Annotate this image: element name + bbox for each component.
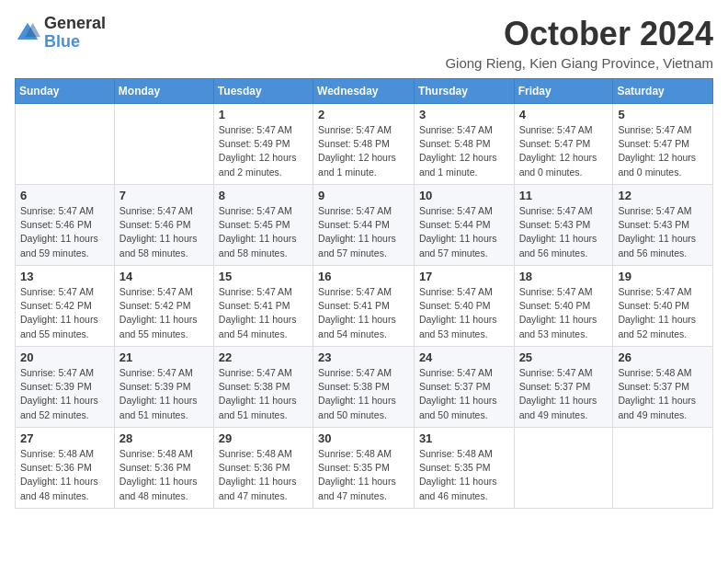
- day-info: Sunrise: 5:47 AM Sunset: 5:47 PM Dayligh…: [618, 123, 708, 179]
- logo-general: General: [44, 15, 106, 33]
- calendar-cell: 25Sunrise: 5:47 AM Sunset: 5:37 PM Dayli…: [514, 347, 613, 428]
- calendar-cell: 16Sunrise: 5:47 AM Sunset: 5:41 PM Dayli…: [313, 266, 415, 347]
- calendar-cell: 1Sunrise: 5:47 AM Sunset: 5:49 PM Daylig…: [213, 104, 313, 185]
- weekday-header: Friday: [514, 79, 613, 104]
- day-number: 12: [618, 189, 708, 202]
- calendar-cell: 6Sunrise: 5:47 AM Sunset: 5:46 PM Daylig…: [16, 185, 115, 266]
- weekday-header: Thursday: [414, 79, 514, 104]
- day-info: Sunrise: 5:48 AM Sunset: 5:36 PM Dayligh…: [219, 447, 308, 503]
- logo: General Blue: [15, 15, 106, 52]
- calendar-table: SundayMondayTuesdayWednesdayThursdayFrid…: [15, 78, 713, 509]
- day-number: 5: [618, 108, 708, 121]
- day-info: Sunrise: 5:48 AM Sunset: 5:36 PM Dayligh…: [119, 447, 209, 503]
- calendar-cell: 24Sunrise: 5:47 AM Sunset: 5:37 PM Dayli…: [414, 347, 514, 428]
- calendar-week-row: 27Sunrise: 5:48 AM Sunset: 5:36 PM Dayli…: [16, 428, 713, 509]
- logo-icon: [15, 20, 40, 46]
- day-number: 22: [219, 350, 308, 364]
- day-info: Sunrise: 5:47 AM Sunset: 5:38 PM Dayligh…: [318, 366, 409, 422]
- day-number: 30: [318, 431, 409, 445]
- day-number: 27: [20, 431, 109, 445]
- day-info: Sunrise: 5:47 AM Sunset: 5:46 PM Dayligh…: [119, 204, 209, 260]
- month-title: October 2024: [445, 15, 713, 53]
- calendar-cell: 27Sunrise: 5:48 AM Sunset: 5:36 PM Dayli…: [16, 428, 115, 509]
- day-info: Sunrise: 5:48 AM Sunset: 5:37 PM Dayligh…: [618, 366, 708, 422]
- calendar-cell: 26Sunrise: 5:48 AM Sunset: 5:37 PM Dayli…: [613, 347, 713, 428]
- calendar-cell: [16, 104, 115, 185]
- day-number: 7: [119, 189, 209, 202]
- day-info: Sunrise: 5:47 AM Sunset: 5:40 PM Dayligh…: [519, 285, 609, 341]
- day-info: Sunrise: 5:47 AM Sunset: 5:38 PM Dayligh…: [219, 366, 308, 422]
- day-number: 6: [20, 189, 109, 202]
- page-header: General Blue October 2024 Giong Rieng, K…: [15, 15, 713, 71]
- day-info: Sunrise: 5:47 AM Sunset: 5:40 PM Dayligh…: [618, 285, 708, 341]
- day-info: Sunrise: 5:47 AM Sunset: 5:48 PM Dayligh…: [318, 123, 409, 179]
- calendar-cell: 23Sunrise: 5:47 AM Sunset: 5:38 PM Dayli…: [313, 347, 415, 428]
- day-info: Sunrise: 5:47 AM Sunset: 5:45 PM Dayligh…: [219, 204, 308, 260]
- calendar-cell: 4Sunrise: 5:47 AM Sunset: 5:47 PM Daylig…: [514, 104, 613, 185]
- calendar-body: 1Sunrise: 5:47 AM Sunset: 5:49 PM Daylig…: [16, 104, 713, 509]
- day-info: Sunrise: 5:47 AM Sunset: 5:46 PM Dayligh…: [20, 204, 109, 260]
- day-info: Sunrise: 5:47 AM Sunset: 5:49 PM Dayligh…: [219, 123, 308, 179]
- weekday-header: Monday: [114, 79, 213, 104]
- weekday-row: SundayMondayTuesdayWednesdayThursdayFrid…: [16, 79, 713, 104]
- day-number: 29: [219, 431, 308, 445]
- calendar-cell: 10Sunrise: 5:47 AM Sunset: 5:44 PM Dayli…: [414, 185, 514, 266]
- day-info: Sunrise: 5:47 AM Sunset: 5:37 PM Dayligh…: [419, 366, 509, 422]
- weekday-header: Sunday: [16, 79, 115, 104]
- calendar-cell: 3Sunrise: 5:47 AM Sunset: 5:48 PM Daylig…: [414, 104, 514, 185]
- day-number: 4: [519, 108, 609, 121]
- title-block: October 2024 Giong Rieng, Kien Giang Pro…: [445, 15, 713, 71]
- day-info: Sunrise: 5:47 AM Sunset: 5:39 PM Dayligh…: [20, 366, 109, 422]
- day-info: Sunrise: 5:47 AM Sunset: 5:41 PM Dayligh…: [219, 285, 308, 341]
- calendar-cell: 18Sunrise: 5:47 AM Sunset: 5:40 PM Dayli…: [514, 266, 613, 347]
- day-number: 17: [419, 270, 509, 283]
- calendar-cell: 13Sunrise: 5:47 AM Sunset: 5:42 PM Dayli…: [16, 266, 115, 347]
- calendar-cell: 19Sunrise: 5:47 AM Sunset: 5:40 PM Dayli…: [613, 266, 713, 347]
- calendar-week-row: 1Sunrise: 5:47 AM Sunset: 5:49 PM Daylig…: [16, 104, 713, 185]
- day-number: 26: [618, 350, 708, 364]
- day-number: 28: [119, 431, 209, 445]
- day-number: 13: [20, 270, 109, 283]
- day-info: Sunrise: 5:47 AM Sunset: 5:44 PM Dayligh…: [318, 204, 409, 260]
- weekday-header: Saturday: [613, 79, 713, 104]
- logo-text: General Blue: [44, 15, 106, 52]
- calendar-week-row: 13Sunrise: 5:47 AM Sunset: 5:42 PM Dayli…: [16, 266, 713, 347]
- calendar-cell: 17Sunrise: 5:47 AM Sunset: 5:40 PM Dayli…: [414, 266, 514, 347]
- day-info: Sunrise: 5:47 AM Sunset: 5:39 PM Dayligh…: [119, 366, 209, 422]
- calendar-cell: [114, 104, 213, 185]
- calendar-cell: [514, 428, 613, 509]
- calendar-cell: [613, 428, 713, 509]
- day-number: 1: [219, 108, 308, 121]
- day-info: Sunrise: 5:47 AM Sunset: 5:44 PM Dayligh…: [419, 204, 509, 260]
- day-number: 16: [318, 270, 409, 283]
- calendar-cell: 31Sunrise: 5:48 AM Sunset: 5:35 PM Dayli…: [414, 428, 514, 509]
- day-info: Sunrise: 5:47 AM Sunset: 5:42 PM Dayligh…: [119, 285, 209, 341]
- day-number: 18: [519, 270, 609, 283]
- day-number: 20: [20, 350, 109, 364]
- calendar-cell: 22Sunrise: 5:47 AM Sunset: 5:38 PM Dayli…: [213, 347, 313, 428]
- day-info: Sunrise: 5:47 AM Sunset: 5:48 PM Dayligh…: [419, 123, 509, 179]
- day-number: 9: [318, 189, 409, 202]
- day-info: Sunrise: 5:48 AM Sunset: 5:35 PM Dayligh…: [318, 447, 409, 503]
- day-number: 21: [119, 350, 209, 364]
- logo-blue: Blue: [44, 33, 106, 52]
- calendar-week-row: 6Sunrise: 5:47 AM Sunset: 5:46 PM Daylig…: [16, 185, 713, 266]
- calendar-week-row: 20Sunrise: 5:47 AM Sunset: 5:39 PM Dayli…: [16, 347, 713, 428]
- calendar-cell: 15Sunrise: 5:47 AM Sunset: 5:41 PM Dayli…: [213, 266, 313, 347]
- calendar-cell: 20Sunrise: 5:47 AM Sunset: 5:39 PM Dayli…: [16, 347, 115, 428]
- calendar-cell: 30Sunrise: 5:48 AM Sunset: 5:35 PM Dayli…: [313, 428, 415, 509]
- day-number: 23: [318, 350, 409, 364]
- day-info: Sunrise: 5:47 AM Sunset: 5:43 PM Dayligh…: [618, 204, 708, 260]
- calendar-cell: 29Sunrise: 5:48 AM Sunset: 5:36 PM Dayli…: [213, 428, 313, 509]
- calendar-cell: 28Sunrise: 5:48 AM Sunset: 5:36 PM Dayli…: [114, 428, 213, 509]
- day-info: Sunrise: 5:48 AM Sunset: 5:35 PM Dayligh…: [419, 447, 509, 503]
- day-number: 24: [419, 350, 509, 364]
- calendar-cell: 14Sunrise: 5:47 AM Sunset: 5:42 PM Dayli…: [114, 266, 213, 347]
- day-info: Sunrise: 5:47 AM Sunset: 5:41 PM Dayligh…: [318, 285, 409, 341]
- day-number: 3: [419, 108, 509, 121]
- calendar-cell: 21Sunrise: 5:47 AM Sunset: 5:39 PM Dayli…: [114, 347, 213, 428]
- calendar-cell: 12Sunrise: 5:47 AM Sunset: 5:43 PM Dayli…: [613, 185, 713, 266]
- day-number: 25: [519, 350, 609, 364]
- location-subtitle: Giong Rieng, Kien Giang Province, Vietna…: [445, 55, 713, 71]
- day-info: Sunrise: 5:47 AM Sunset: 5:37 PM Dayligh…: [519, 366, 609, 422]
